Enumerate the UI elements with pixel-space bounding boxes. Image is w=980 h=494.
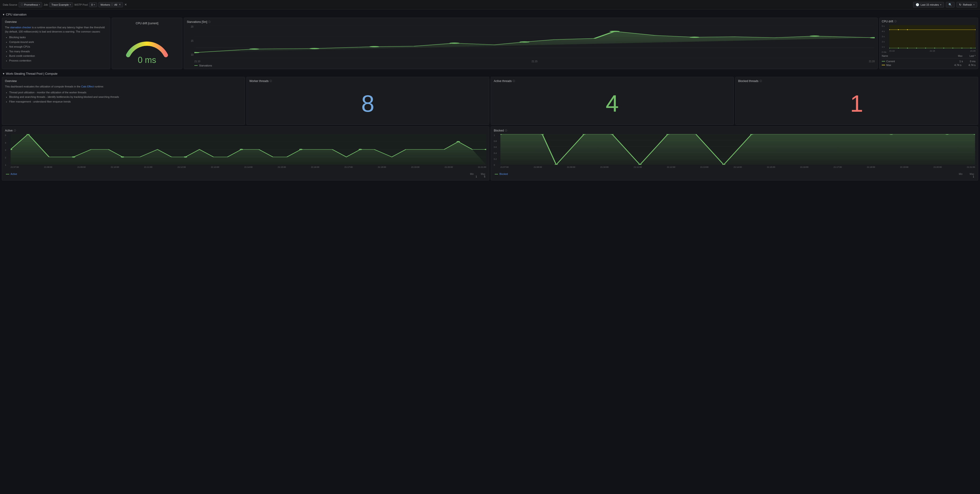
svg-point-28 <box>898 29 899 30</box>
chevron-down-icon: ▾ <box>3 72 5 75</box>
svg-point-17 <box>898 48 899 49</box>
svg-point-6 <box>250 49 259 50</box>
table-row: Max 4.74 s 4.74 s <box>882 63 975 67</box>
worker-threads-panel: Worker threads ⓘ 8 <box>247 77 490 125</box>
last-col-header: Last * <box>969 55 975 57</box>
value-cells: 4.74 s 4.74 s <box>955 64 975 67</box>
starvation-link[interactable]: starvation checker <box>10 26 31 29</box>
value-cols: Max Last * <box>958 55 975 57</box>
gauge-container <box>123 29 170 57</box>
svg-rect-15 <box>889 25 975 49</box>
legend-label: Blocked <box>500 173 508 175</box>
wstp-value: 0 <box>91 3 92 6</box>
worker-threads-value: 8 <box>250 84 487 122</box>
y-axis: 1 0.8 0.6 0.4 0.2 0 <box>494 134 500 166</box>
info-icon: ⓘ <box>21 3 23 6</box>
chevron-down-icon: ▾ <box>940 3 941 6</box>
clear-filters-icon[interactable]: ✕ <box>124 3 127 6</box>
close-icon[interactable]: ✕ <box>119 3 121 6</box>
info-icon: ⓘ <box>111 3 113 6</box>
active-threads-panel: Active threads ⓘ 4 <box>491 77 734 125</box>
cpu-overview-title: Overview <box>5 20 107 24</box>
cpu-drift-chart: 5 s 4 s 3 s 2 s 1 s 0 ms <box>882 25 975 53</box>
svg-point-9 <box>449 43 460 44</box>
legend-line <box>882 61 885 62</box>
clock-icon: 🕐 <box>916 3 919 6</box>
info-icon: ⓘ <box>208 20 211 24</box>
svg-point-44 <box>358 149 362 150</box>
max-value: 1 s <box>959 60 963 63</box>
active-legend-row: Active Min Max <box>5 173 486 175</box>
list-item: Blocking tasks <box>9 35 107 40</box>
cats-effect-link[interactable]: Cats Effect <box>81 85 94 88</box>
active-chart-panel: Active ⓘ 5 4 3 2 1 <box>2 126 489 180</box>
svg-point-21 <box>934 48 935 49</box>
info-icon: ⓘ <box>894 20 897 23</box>
max-value: 1 <box>973 175 974 178</box>
wstp-panel-grid: Overview This dashboard evaluates the ut… <box>2 77 978 125</box>
workers-filter[interactable]: Workers ⓘ All ✕ <box>99 2 123 7</box>
list-item: Too many threads <box>9 49 107 54</box>
svg-point-11 <box>610 31 620 32</box>
datasource-value: Prometheus <box>24 3 38 6</box>
row-name: Current <box>886 60 895 63</box>
cpu-drift-svg <box>889 25 975 49</box>
cpu-drift-title: CPU drift ⓘ <box>882 20 975 23</box>
svg-point-43 <box>299 149 303 150</box>
chart-body: 21:10 21:15 21:20 <box>889 25 975 52</box>
svg-point-22 <box>943 48 944 49</box>
chart-legend: Starvations <box>194 64 875 67</box>
info-icon: ⓘ <box>759 80 762 83</box>
y-axis: 5 s 4 s 3 s 2 s 1 s 0 ms <box>882 25 888 53</box>
last-value: 0 ms <box>970 60 975 63</box>
cpu-drift-current-panel: CPU drift [current] <box>112 18 182 69</box>
wstp-section-header[interactable]: ▾ Work-Stealing Thread Pool | Compute <box>2 70 978 77</box>
blocked-chart-title: Blocked ⓘ <box>494 129 975 132</box>
zoom-out-button[interactable]: 🔍 <box>946 2 955 8</box>
svg-point-7 <box>309 48 319 49</box>
info-icon: ⓘ <box>269 80 272 83</box>
job-filter[interactable]: Trace Example ▾ <box>49 2 73 7</box>
blocked-legend: Blocked <box>495 173 508 175</box>
svg-point-8 <box>369 46 379 47</box>
active-threads-value: 4 <box>494 84 731 122</box>
refresh-button[interactable]: ↻ Refresh ▾ <box>956 2 977 8</box>
cpu-drift-current-title: CPU drift [current] <box>136 22 158 25</box>
datasource-filter[interactable]: ⓘ Prometheus ▾ <box>19 2 42 7</box>
cpu-section-header[interactable]: ▾ CPU starvation <box>2 11 978 18</box>
y-axis: 20 15 10 <box>187 25 193 56</box>
refresh-icon: ↻ <box>959 3 961 6</box>
x-axis: 21:07:00 21:08:00 21:09:00 21:10:00 21:1… <box>11 166 486 168</box>
workers-value: All <box>114 3 117 6</box>
workers-label: Workers <box>100 3 110 6</box>
svg-point-39 <box>72 156 75 158</box>
min-max: Min Max <box>959 173 974 175</box>
chart-body: 21:07:00 21:08:00 21:09:00 21:10:00 21:1… <box>11 134 486 168</box>
x-axis: 21:10 21:15 21:20 <box>194 60 875 63</box>
cpu-panel-grid: Overview The starvation checker is a run… <box>2 18 978 69</box>
cpu-drift-table-header: Name Max Last * <box>882 55 975 59</box>
starvations-panel: Starvations [5m] ⓘ 20 15 10 <box>184 18 878 69</box>
legend-line <box>495 174 498 174</box>
value-cells: 1 s 0 ms <box>959 60 975 63</box>
list-item: Compute-bound work <box>9 40 107 45</box>
last-value: 4.74 s <box>969 64 975 67</box>
chevron-down-icon: ▾ <box>94 3 95 6</box>
svg-point-29 <box>907 29 908 30</box>
blocked-legend-row: Blocked Min Max <box>494 173 975 175</box>
svg-point-19 <box>916 48 917 49</box>
chevron-down-icon: ▾ <box>974 3 975 6</box>
svg-point-13 <box>810 36 819 37</box>
blocked-threads-value: 1 <box>738 84 975 122</box>
wstp-section-title: Work-Stealing Thread Pool | Compute <box>6 72 57 75</box>
starvations-title: Starvations [5m] ⓘ <box>187 20 875 24</box>
cpu-overview-panel: Overview The starvation checker is a run… <box>2 18 110 69</box>
svg-point-14 <box>870 37 875 38</box>
blocked-chart: 1 0.8 0.6 0.4 0.2 0 <box>494 134 975 172</box>
blocked-chart-panel: Blocked ⓘ 1 0.8 0.6 0.4 0.2 0 <box>491 126 978 180</box>
job-value: Trace Example <box>51 3 69 6</box>
time-range-button[interactable]: 🕐 Last 15 minutes ▾ <box>913 2 944 8</box>
list-item: Process contention <box>9 59 107 63</box>
legend-label: Active <box>11 173 17 175</box>
wstp-filter[interactable]: 0 ▾ <box>89 2 97 7</box>
